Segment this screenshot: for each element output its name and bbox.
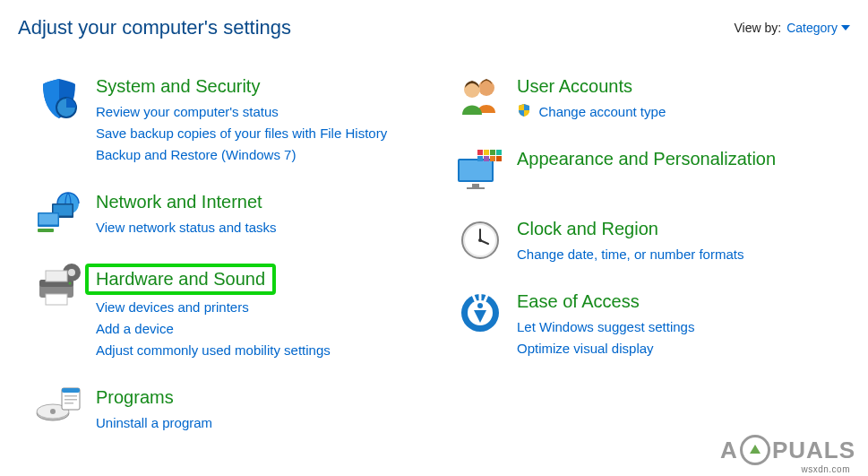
category-system-security: System and Security Review your computer… bbox=[22, 75, 443, 166]
link-backup-restore[interactable]: Backup and Restore (Windows 7) bbox=[96, 144, 391, 166]
svg-rect-35 bbox=[496, 156, 502, 161]
link-file-history[interactable]: Save backup copies of your files with Fi… bbox=[96, 123, 391, 144]
programs-icon bbox=[22, 386, 96, 428]
svg-rect-33 bbox=[490, 156, 495, 161]
category-title[interactable]: System and Security bbox=[96, 75, 443, 98]
page-title: Adjust your computer's settings bbox=[18, 16, 291, 39]
svg-rect-30 bbox=[490, 150, 495, 155]
category-hardware-sound: Hardware and Sound View devices and prin… bbox=[22, 264, 443, 361]
user-accounts-icon bbox=[443, 75, 517, 120]
svg-rect-26 bbox=[472, 184, 479, 187]
svg-rect-5 bbox=[39, 214, 58, 225]
svg-rect-31 bbox=[477, 156, 483, 161]
highlight-box: Hardware and Sound bbox=[85, 264, 276, 295]
link-mobility-settings[interactable]: Adjust commonly used mobility settings bbox=[96, 340, 391, 361]
category-title[interactable]: Hardware and Sound bbox=[96, 268, 265, 290]
network-icon bbox=[22, 191, 96, 236]
svg-rect-18 bbox=[62, 388, 80, 393]
svg-rect-27 bbox=[467, 187, 485, 189]
category-title[interactable]: Appearance and Personalization bbox=[517, 148, 859, 170]
svg-point-43 bbox=[477, 303, 483, 308]
link-network-status[interactable]: View network status and tasks bbox=[96, 217, 391, 238]
link-visual-display[interactable]: Optimize visual display bbox=[517, 338, 812, 359]
svg-rect-25 bbox=[460, 160, 492, 180]
category-title[interactable]: Ease of Access bbox=[517, 290, 859, 313]
watermark-logo-icon bbox=[740, 435, 770, 465]
category-title[interactable]: Network and Internet bbox=[96, 191, 443, 213]
svg-rect-21 bbox=[64, 402, 73, 404]
clock-icon bbox=[443, 218, 517, 263]
ease-of-access-icon bbox=[443, 290, 517, 335]
svg-rect-19 bbox=[64, 395, 77, 397]
category-title[interactable]: User Accounts bbox=[517, 75, 859, 98]
viewby-label: View by: bbox=[735, 21, 782, 35]
category-user-accounts: User Accounts Change account type bbox=[443, 75, 859, 123]
category-network-internet: Network and Internet View network status… bbox=[22, 191, 443, 238]
svg-rect-20 bbox=[64, 399, 77, 401]
link-date-time-formats[interactable]: Change date, time, or number formats bbox=[517, 244, 812, 265]
source-label: wsxdn.com bbox=[801, 464, 850, 474]
link-uninstall-program[interactable]: Uninstall a program bbox=[96, 412, 391, 434]
dropdown-icon bbox=[841, 25, 850, 30]
category-programs: Programs Uninstall a program bbox=[22, 386, 443, 434]
svg-rect-11 bbox=[46, 271, 67, 281]
svg-rect-29 bbox=[484, 150, 489, 155]
svg-rect-32 bbox=[484, 156, 489, 161]
svg-point-40 bbox=[478, 238, 482, 242]
category-title[interactable]: Clock and Region bbox=[517, 218, 859, 240]
link-add-device[interactable]: Add a device bbox=[96, 318, 391, 340]
watermark: APUALS bbox=[720, 435, 855, 465]
category-title[interactable]: Programs bbox=[96, 386, 443, 409]
svg-rect-6 bbox=[38, 229, 54, 232]
link-review-status[interactable]: Review your computer's status bbox=[96, 101, 391, 123]
category-ease-of-access: Ease of Access Let Windows suggest setti… bbox=[443, 290, 859, 359]
svg-rect-12 bbox=[46, 294, 67, 305]
link-suggest-settings[interactable]: Let Windows suggest settings bbox=[517, 316, 812, 338]
shield-icon bbox=[22, 75, 96, 122]
svg-point-22 bbox=[478, 80, 494, 96]
svg-point-13 bbox=[69, 282, 72, 285]
svg-rect-28 bbox=[477, 150, 483, 155]
svg-point-8 bbox=[68, 269, 75, 276]
uac-shield-icon bbox=[517, 103, 531, 121]
viewby-value: Category bbox=[786, 21, 838, 35]
link-change-account-type[interactable]: Change account type bbox=[538, 104, 666, 119]
appearance-icon bbox=[443, 148, 517, 193]
category-appearance: Appearance and Personalization bbox=[443, 148, 859, 193]
svg-rect-34 bbox=[496, 150, 502, 155]
category-clock-region: Clock and Region Change date, time, or n… bbox=[443, 218, 859, 265]
viewby-control[interactable]: View by: Category bbox=[735, 21, 850, 35]
svg-point-16 bbox=[50, 409, 56, 414]
link-devices-printers[interactable]: View devices and printers bbox=[96, 297, 391, 318]
